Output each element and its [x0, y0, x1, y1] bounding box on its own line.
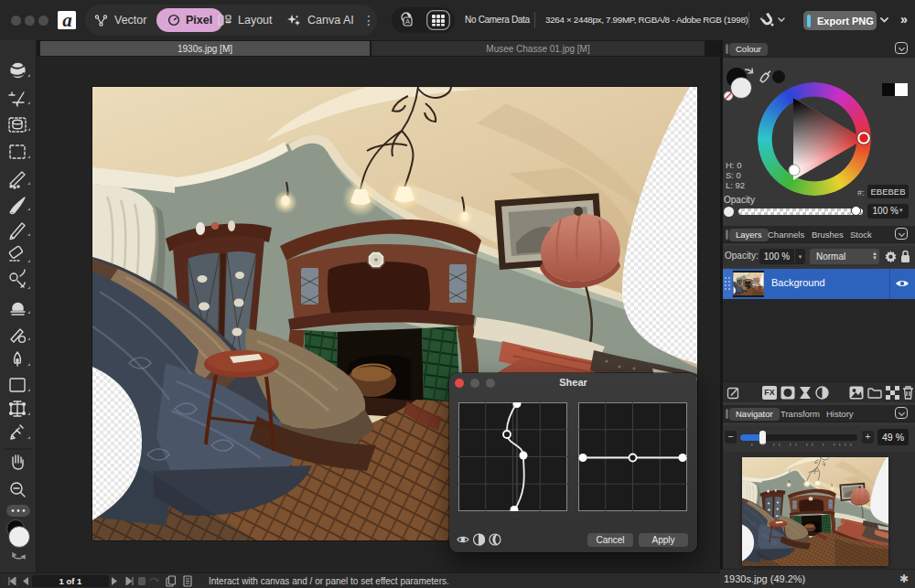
svg-text:a: a	[62, 11, 72, 29]
svg-text:A: A	[405, 17, 410, 26]
